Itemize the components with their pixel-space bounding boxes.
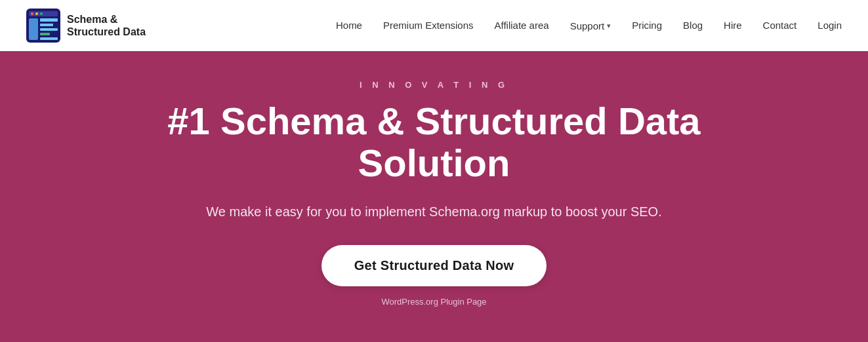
hero-title: #1 Schema & Structured Data Solution xyxy=(106,100,762,184)
hero-subtitle: We make it easy for you to implement Sch… xyxy=(206,202,661,221)
header: Schema & Structured Data Home Premium Ex… xyxy=(0,0,868,51)
nav-item-premium[interactable]: Premium Extensions xyxy=(383,20,474,31)
logo-text: Schema & Structured Data xyxy=(67,13,146,38)
nav-link-blog[interactable]: Blog xyxy=(683,20,703,31)
cta-button[interactable]: Get Structured Data Now xyxy=(321,245,547,286)
chevron-down-icon: ▾ xyxy=(607,22,611,30)
wordpress-plugin-link[interactable]: WordPress.org Plugin Page xyxy=(381,297,486,307)
svg-rect-9 xyxy=(40,33,50,35)
svg-rect-6 xyxy=(40,18,58,22)
nav-link-login[interactable]: Login xyxy=(817,20,842,31)
nav-link-pricing[interactable]: Pricing xyxy=(632,20,662,31)
nav-item-pricing[interactable]: Pricing xyxy=(632,20,662,31)
nav-links: Home Premium Extensions Affiliate area S… xyxy=(336,20,842,31)
nav-item-hire[interactable]: Hire xyxy=(724,20,742,31)
svg-rect-10 xyxy=(40,37,58,40)
nav-link-home[interactable]: Home xyxy=(336,20,362,31)
page-wrapper: Schema & Structured Data Home Premium Ex… xyxy=(0,0,868,342)
nav-item-affiliate[interactable]: Affiliate area xyxy=(495,20,549,31)
nav-item-contact[interactable]: Contact xyxy=(763,20,797,31)
nav-link-premium[interactable]: Premium Extensions xyxy=(383,20,474,31)
nav-link-contact[interactable]: Contact xyxy=(763,20,797,31)
svg-rect-8 xyxy=(40,28,58,31)
nav-link-support[interactable]: Support xyxy=(570,20,605,31)
logo-text-line1: Schema & xyxy=(67,13,146,26)
hero-tagline: I N N O V A T I N G xyxy=(360,80,508,90)
hero-section: I N N O V A T I N G #1 Schema & Structur… xyxy=(0,51,868,342)
svg-point-4 xyxy=(40,12,43,15)
svg-point-2 xyxy=(31,12,33,15)
main-nav: Home Premium Extensions Affiliate area S… xyxy=(336,20,842,31)
svg-point-3 xyxy=(35,12,38,15)
logo-icon xyxy=(26,9,60,43)
nav-item-blog[interactable]: Blog xyxy=(683,20,703,31)
nav-link-hire[interactable]: Hire xyxy=(724,20,742,31)
nav-item-support[interactable]: Support ▾ xyxy=(570,20,611,31)
svg-rect-5 xyxy=(29,18,38,40)
logo-text-line2: Structured Data xyxy=(67,26,146,38)
nav-item-home[interactable]: Home xyxy=(336,20,362,31)
nav-link-affiliate[interactable]: Affiliate area xyxy=(495,20,549,31)
logo[interactable]: Schema & Structured Data xyxy=(26,9,146,43)
svg-rect-7 xyxy=(40,24,53,26)
nav-item-login[interactable]: Login xyxy=(817,20,842,31)
